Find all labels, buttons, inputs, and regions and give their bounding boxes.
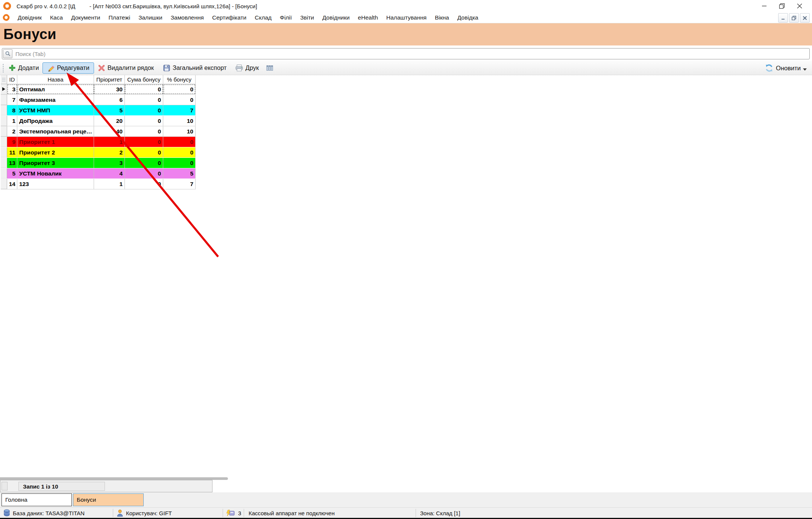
cell-id[interactable]: 11	[7, 147, 17, 157]
cell-priority[interactable]: 4	[94, 168, 125, 179]
cell-name[interactable]: Фармзамена	[17, 95, 94, 105]
print-button[interactable]: Друк	[233, 63, 261, 73]
cell-id[interactable]: 7	[7, 95, 17, 105]
cell-sum[interactable]: 0	[125, 116, 163, 126]
row-selector-cell[interactable]	[1, 179, 7, 189]
cell-id[interactable]: 5	[7, 168, 17, 179]
cell-id[interactable]: 9	[7, 137, 17, 147]
cell-sum[interactable]: 0	[125, 126, 163, 136]
search-icon[interactable]	[3, 49, 12, 58]
cell-name[interactable]: Приоритет 1	[17, 137, 94, 147]
cell-name[interactable]: Экстемпоральная реце…	[17, 126, 94, 136]
menu-item[interactable]: Довідник	[14, 13, 46, 23]
column-header-priority[interactable]: Пріоритет	[94, 75, 125, 84]
delete-row-button[interactable]: Видалити рядок	[96, 63, 156, 73]
cell-percent[interactable]: 0	[163, 137, 196, 147]
row-selector-cell[interactable]	[1, 126, 7, 136]
table-row[interactable]: 1 ДоПродажа 20 0 10	[1, 116, 196, 126]
menu-item[interactable]: Вікна	[431, 13, 453, 23]
menu-item[interactable]: Залишки	[134, 13, 167, 23]
cell-priority[interactable]: 30	[94, 84, 125, 94]
cell-id[interactable]: 14	[7, 179, 17, 189]
menu-item[interactable]: Довідники	[318, 13, 354, 23]
add-button[interactable]: Додати	[6, 63, 41, 73]
refresh-dropdown-caret[interactable]	[803, 68, 807, 71]
menu-item[interactable]: Сертифікати	[208, 13, 250, 23]
menu-item[interactable]: Документи	[67, 13, 104, 23]
mdi-minimize-button[interactable]	[778, 13, 788, 23]
cell-name[interactable]: 123	[17, 179, 94, 189]
cell-sum[interactable]: 0	[125, 84, 163, 94]
column-header-percent[interactable]: % бонусу	[163, 75, 196, 84]
table-row[interactable]: 7 Фармзамена 6 0 0	[1, 95, 196, 105]
edit-button[interactable]: Редагувати	[42, 62, 94, 74]
row-selector-cell[interactable]	[1, 168, 7, 179]
cell-id[interactable]: 3	[7, 84, 17, 94]
menu-item[interactable]: Налаштування	[382, 13, 431, 23]
table-row[interactable]: 9 Приоритет 1 1 0 0	[1, 137, 196, 147]
column-header-id[interactable]: ID	[7, 75, 17, 84]
cell-priority[interactable]: 1	[94, 137, 125, 147]
table-row[interactable]: 11 Приоритет 2 2 0 0	[1, 147, 196, 158]
mdi-restore-button[interactable]	[789, 13, 799, 23]
export-button[interactable]: Загальний експорт	[161, 63, 229, 73]
row-selector-cell[interactable]	[1, 84, 7, 94]
cell-id[interactable]: 1	[7, 116, 17, 126]
row-selector-cell[interactable]	[1, 158, 7, 168]
cell-name[interactable]: Приоритет 3	[17, 158, 94, 168]
minimize-button[interactable]	[755, 0, 773, 12]
row-selector-cell[interactable]	[1, 116, 7, 126]
cell-name[interactable]: Приоритет 2	[17, 147, 94, 157]
cell-id[interactable]: 2	[7, 126, 17, 136]
row-selector-cell[interactable]	[1, 95, 7, 105]
menu-item[interactable]: Філії	[276, 13, 296, 23]
search-input[interactable]	[12, 51, 809, 57]
window-tab[interactable]: Головна	[2, 493, 72, 506]
cell-percent[interactable]: 10	[163, 116, 196, 126]
cell-sum[interactable]: 0	[125, 168, 163, 179]
row-selector-cell[interactable]	[1, 147, 7, 157]
table-row[interactable]: 5 УСТМ Новалик 4 0 5	[1, 168, 196, 179]
cell-percent[interactable]: 0	[163, 158, 196, 168]
table-row[interactable]: 13 Приоритет 3 3 0 0	[1, 158, 196, 168]
close-button[interactable]	[791, 0, 808, 12]
cell-priority[interactable]: 6	[94, 95, 125, 105]
cell-sum[interactable]: 0	[125, 158, 163, 168]
menu-item[interactable]: eHealth	[354, 13, 382, 23]
cell-priority[interactable]: 40	[94, 126, 125, 136]
menu-item[interactable]: Довідка	[453, 13, 483, 23]
refresh-button[interactable]: Оновити	[765, 61, 807, 75]
cell-name[interactable]: ДоПродажа	[17, 116, 94, 126]
row-selector-cell[interactable]	[1, 105, 7, 115]
window-tab[interactable]: Бонуси	[73, 493, 144, 506]
cell-priority[interactable]: 3	[94, 158, 125, 168]
cell-percent[interactable]: 0	[163, 84, 196, 94]
mdi-close-button[interactable]	[800, 13, 810, 23]
menu-item[interactable]: Замовлення	[167, 13, 208, 23]
column-header-name[interactable]: Назва	[17, 75, 94, 84]
table-row[interactable]: 2 Экстемпоральная реце… 40 0 10	[1, 126, 196, 137]
menu-item[interactable]: Каса	[46, 13, 67, 23]
cell-name[interactable]: Оптимал	[17, 84, 94, 94]
cell-name[interactable]: УСТМ НМП	[17, 105, 94, 115]
record-navigator-handle[interactable]	[2, 482, 8, 490]
cell-priority[interactable]: 1	[94, 179, 125, 189]
cell-sum[interactable]: 0	[125, 95, 163, 105]
cell-percent[interactable]: 0	[163, 147, 196, 157]
cell-percent[interactable]: 5	[163, 168, 196, 179]
cell-id[interactable]: 13	[7, 158, 17, 168]
cell-sum[interactable]: 0	[125, 179, 163, 189]
restore-button[interactable]	[773, 0, 791, 12]
table-row[interactable]: 3 Оптимал 30 0 0	[1, 84, 196, 95]
menu-item[interactable]: Платежі	[104, 13, 134, 23]
column-header-sum[interactable]: Сума бонусу	[125, 75, 163, 84]
cell-sum[interactable]: 0	[125, 147, 163, 157]
cell-percent[interactable]: 7	[163, 179, 196, 189]
cell-sum[interactable]: 0	[125, 105, 163, 115]
menu-item[interactable]: Склад	[250, 13, 276, 23]
column-chooser-icon[interactable]	[264, 64, 275, 73]
cell-priority[interactable]: 2	[94, 147, 125, 157]
cell-priority[interactable]: 5	[94, 105, 125, 115]
cell-percent[interactable]: 10	[163, 126, 196, 136]
table-row[interactable]: 8 УСТМ НМП 5 0 7	[1, 105, 196, 116]
